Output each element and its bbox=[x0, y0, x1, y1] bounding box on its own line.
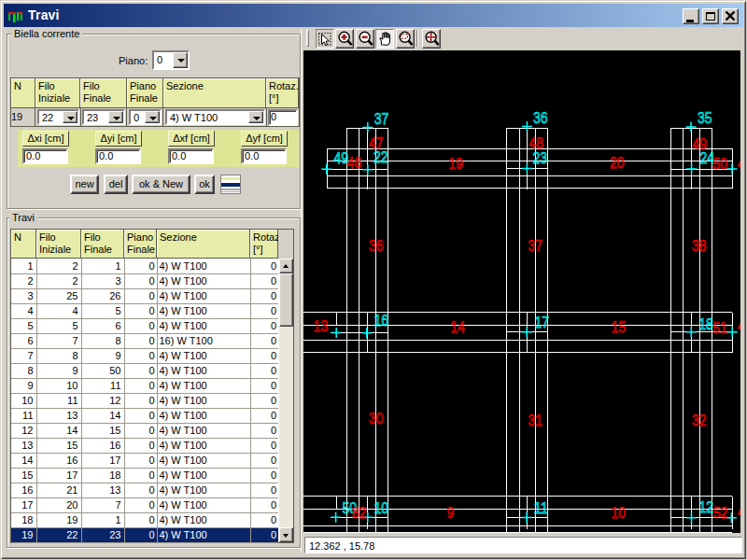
svg-text:15: 15 bbox=[612, 319, 627, 335]
svg-text:4: 4 bbox=[738, 156, 740, 172]
svg-text:38: 38 bbox=[692, 238, 707, 254]
svg-text:37: 37 bbox=[528, 238, 543, 254]
svg-text:9: 9 bbox=[447, 505, 455, 521]
svg-text:4: 4 bbox=[738, 318, 740, 334]
svg-text:12: 12 bbox=[699, 499, 714, 515]
svg-text:46: 46 bbox=[347, 155, 362, 171]
svg-text:11: 11 bbox=[534, 500, 549, 516]
svg-text:36: 36 bbox=[369, 238, 384, 254]
svg-text:22: 22 bbox=[374, 149, 388, 165]
svg-text:48: 48 bbox=[529, 135, 544, 151]
svg-text:30: 30 bbox=[369, 411, 384, 427]
svg-text:18: 18 bbox=[698, 316, 713, 332]
svg-text:14: 14 bbox=[450, 319, 465, 335]
svg-text:20: 20 bbox=[610, 155, 625, 171]
svg-text:16: 16 bbox=[374, 313, 388, 329]
svg-text:10: 10 bbox=[374, 500, 389, 516]
svg-text:37: 37 bbox=[374, 111, 389, 127]
svg-text:35: 35 bbox=[698, 110, 712, 126]
svg-text:49: 49 bbox=[693, 136, 708, 152]
svg-text:36: 36 bbox=[533, 110, 548, 126]
svg-text:82: 82 bbox=[352, 505, 367, 521]
svg-text:32: 32 bbox=[692, 413, 707, 428]
svg-text:10: 10 bbox=[611, 505, 626, 521]
svg-text:17: 17 bbox=[535, 315, 550, 330]
svg-text:19: 19 bbox=[449, 156, 464, 172]
svg-text:51: 51 bbox=[712, 320, 727, 336]
svg-text:23: 23 bbox=[533, 150, 548, 166]
svg-text:52: 52 bbox=[713, 505, 728, 521]
svg-text:50: 50 bbox=[713, 156, 728, 172]
svg-text:13: 13 bbox=[314, 318, 329, 334]
svg-text:4: 4 bbox=[738, 504, 740, 520]
svg-text:47: 47 bbox=[369, 135, 384, 151]
svg-text:31: 31 bbox=[529, 413, 543, 428]
